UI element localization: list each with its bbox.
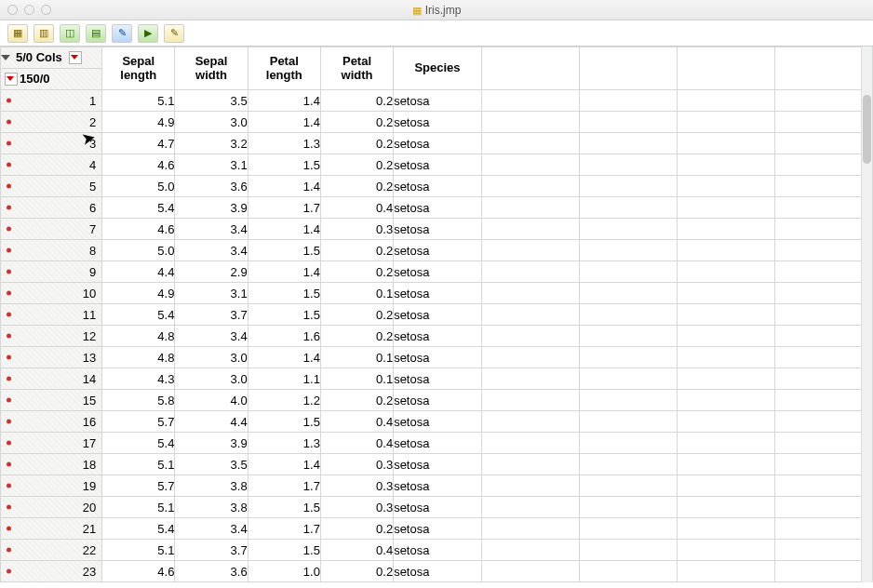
cell-sepal-length[interactable]: 5.1	[102, 454, 175, 475]
cell-empty[interactable]	[481, 304, 579, 326]
cell-sepal-length[interactable]: 5.7	[102, 411, 175, 433]
cell-empty[interactable]	[774, 347, 872, 368]
cell-species[interactable]: setosa	[394, 283, 482, 304]
cell-empty[interactable]	[774, 240, 872, 261]
cell-sepal-width[interactable]: 4.0	[175, 390, 248, 411]
cell-empty[interactable]	[677, 454, 774, 475]
cell-empty[interactable]	[677, 304, 774, 326]
cell-petal-length[interactable]: 1.2	[248, 390, 320, 411]
row-number-cell[interactable]: 14	[1, 368, 102, 390]
cell-species[interactable]: setosa	[394, 540, 482, 561]
cell-empty[interactable]	[677, 154, 774, 176]
cell-empty[interactable]	[481, 133, 579, 154]
cell-empty[interactable]	[774, 497, 872, 518]
cell-empty[interactable]	[677, 540, 774, 561]
column-header-empty[interactable]	[579, 47, 677, 90]
table-row[interactable]: 74.63.41.40.3setosa	[1, 219, 873, 240]
cell-empty[interactable]	[677, 219, 774, 240]
column-header-species[interactable]: Species	[394, 47, 482, 90]
cell-empty[interactable]	[774, 176, 872, 197]
cell-sepal-width[interactable]: 3.4	[175, 219, 248, 240]
cell-empty[interactable]	[481, 497, 579, 518]
cell-empty[interactable]	[677, 475, 774, 497]
cell-petal-width[interactable]: 0.2	[320, 561, 393, 582]
scrollbar-thumb[interactable]	[863, 95, 871, 164]
cell-sepal-length[interactable]: 4.4	[102, 261, 175, 283]
cell-petal-width[interactable]: 0.4	[320, 197, 393, 219]
cell-empty[interactable]	[774, 304, 872, 326]
column-header-petal-width[interactable]: Petalwidth	[320, 47, 393, 90]
cell-sepal-length[interactable]: 5.1	[102, 497, 175, 518]
cell-species[interactable]: setosa	[394, 261, 482, 283]
cell-empty[interactable]	[774, 454, 872, 475]
cell-empty[interactable]	[481, 219, 579, 240]
cell-species[interactable]: setosa	[394, 390, 482, 411]
cell-empty[interactable]	[481, 561, 579, 582]
cell-empty[interactable]	[677, 261, 774, 283]
cell-petal-length[interactable]: 1.5	[248, 154, 320, 176]
row-number-cell[interactable]: 19	[1, 475, 102, 497]
cell-sepal-length[interactable]: 4.9	[102, 112, 175, 133]
cell-empty[interactable]	[774, 154, 872, 176]
cell-petal-width[interactable]: 0.2	[320, 518, 393, 540]
cell-empty[interactable]	[677, 433, 774, 454]
cell-empty[interactable]	[579, 454, 677, 475]
row-number-cell[interactable]: 4	[1, 154, 102, 176]
toolbar-csv-icon[interactable]: ▤	[86, 24, 106, 43]
cell-empty[interactable]	[774, 112, 872, 133]
cell-sepal-length[interactable]: 4.8	[102, 347, 175, 368]
table-row[interactable]: 144.33.01.10.1setosa	[1, 368, 873, 390]
table-row[interactable]: 24.93.01.40.2setosa	[1, 112, 873, 133]
toolbar-edit-icon[interactable]: ✎	[164, 24, 184, 43]
cell-petal-length[interactable]: 1.3	[248, 133, 320, 154]
cell-empty[interactable]	[481, 411, 579, 433]
cell-species[interactable]: setosa	[394, 304, 482, 326]
cell-empty[interactable]	[677, 497, 774, 518]
table-row[interactable]: 34.73.21.30.2setosa	[1, 133, 873, 154]
cell-empty[interactable]	[579, 326, 677, 347]
table-row[interactable]: 94.42.91.40.2setosa	[1, 261, 873, 283]
cell-sepal-length[interactable]: 4.9	[102, 283, 175, 304]
cell-petal-width[interactable]: 0.4	[320, 411, 393, 433]
cell-empty[interactable]	[774, 433, 872, 454]
cell-species[interactable]: setosa	[394, 433, 482, 454]
cell-empty[interactable]	[579, 497, 677, 518]
row-number-cell[interactable]: 18	[1, 454, 102, 475]
cell-empty[interactable]	[481, 90, 579, 112]
cell-petal-width[interactable]: 0.3	[320, 454, 393, 475]
table-row[interactable]: 44.63.11.50.2setosa	[1, 154, 873, 176]
cell-petal-length[interactable]: 1.5	[248, 283, 320, 304]
cell-sepal-length[interactable]: 5.8	[102, 390, 175, 411]
cell-sepal-width[interactable]: 3.7	[175, 540, 248, 561]
cell-petal-width[interactable]: 0.3	[320, 497, 393, 518]
cell-empty[interactable]	[579, 411, 677, 433]
row-number-cell[interactable]: 16	[1, 411, 102, 433]
cell-sepal-length[interactable]: 5.0	[102, 176, 175, 197]
cell-petal-width[interactable]: 0.2	[320, 154, 393, 176]
row-number-cell[interactable]: 11	[1, 304, 102, 326]
cell-empty[interactable]	[579, 133, 677, 154]
cell-petal-length[interactable]: 1.1	[248, 368, 320, 390]
cell-petal-length[interactable]: 1.6	[248, 326, 320, 347]
table-row[interactable]: 225.13.71.50.4setosa	[1, 540, 873, 561]
cell-empty[interactable]	[774, 197, 872, 219]
cell-empty[interactable]	[579, 176, 677, 197]
cell-empty[interactable]	[677, 112, 774, 133]
cell-sepal-width[interactable]: 3.4	[175, 326, 248, 347]
cell-species[interactable]: setosa	[394, 454, 482, 475]
cell-sepal-width[interactable]: 3.0	[175, 112, 248, 133]
cell-empty[interactable]	[774, 219, 872, 240]
cell-sepal-length[interactable]: 5.4	[102, 304, 175, 326]
cell-species[interactable]: setosa	[394, 112, 482, 133]
cell-empty[interactable]	[481, 433, 579, 454]
cell-empty[interactable]	[774, 475, 872, 497]
cell-empty[interactable]	[481, 390, 579, 411]
row-number-cell[interactable]: 23	[1, 561, 102, 582]
row-number-cell[interactable]: 1	[1, 90, 102, 112]
cell-sepal-length[interactable]: 5.1	[102, 90, 175, 112]
cols-panel-header[interactable]: 5/0 Cols	[1, 47, 102, 69]
column-header-petal-length[interactable]: Petallength	[248, 47, 320, 90]
cell-petal-width[interactable]: 0.2	[320, 176, 393, 197]
column-header-sepal-width[interactable]: Sepalwidth	[175, 47, 248, 90]
cell-sepal-length[interactable]: 5.4	[102, 433, 175, 454]
